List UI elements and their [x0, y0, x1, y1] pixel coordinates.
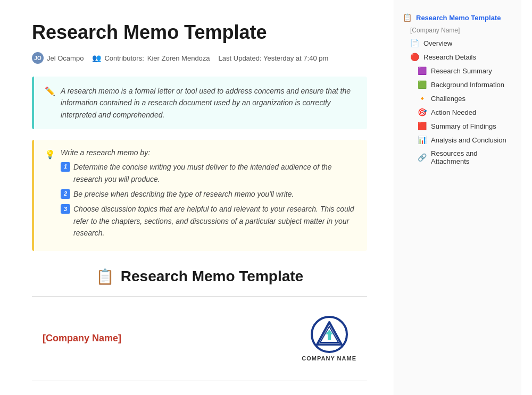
- page-title: Research Memo Template: [32, 21, 367, 44]
- list-badge-3: 3: [61, 204, 70, 214]
- main-content: Research Memo Template JO Jel Ocampo 👥 C…: [0, 0, 394, 395]
- doc-emoji: 📋: [96, 268, 114, 285]
- sidebar-icon-memo: 📋: [403, 13, 412, 22]
- sidebar-icon-resources: 🔗: [418, 153, 427, 162]
- sidebar-item-resources-attachments[interactable]: 🔗 Resources and Attachments: [394, 147, 521, 168]
- last-updated: Last Updated: Yesterday at 7:40 pm: [219, 54, 329, 62]
- document-section: 📋 Research Memo Template [Company Name] …: [32, 268, 367, 381]
- sidebar-item-background-information[interactable]: 🟩 Background Information: [394, 78, 521, 91]
- sidebar-icon-research-details: 🔴: [410, 53, 419, 61]
- sidebar-label-challenges: Challenges: [431, 95, 466, 103]
- sidebar-label-overview: Overview: [423, 39, 452, 47]
- avatar: JO: [32, 52, 44, 64]
- contributors-names: Kier Zoren Mendoza: [147, 54, 210, 62]
- sidebar-icon-summary: 🟥: [418, 122, 427, 130]
- sidebar-icon-research-summary: 🟪: [418, 66, 427, 75]
- divider-top: [32, 296, 367, 297]
- list-badge-1: 1: [61, 162, 70, 172]
- sidebar-label-analysis: Analysis and Conclusion: [431, 136, 506, 144]
- sidebar-item-analysis-conclusion[interactable]: 📊 Analysis and Conclusion: [394, 133, 521, 147]
- list-item-2-text: Be precise when describing the type of r…: [73, 188, 294, 200]
- sidebar-item-challenges[interactable]: 🔸 Challenges: [394, 91, 521, 105]
- doc-title-row: 📋 Research Memo Template: [32, 268, 367, 285]
- list-item-3-text: Choose discussion topics that are helpfu…: [73, 203, 356, 239]
- list-item-1-text: Determine the concise writing you must d…: [73, 161, 356, 185]
- callout-list-item-3: 3 Choose discussion topics that are help…: [61, 203, 356, 239]
- company-name: [Company Name]: [43, 333, 121, 344]
- sidebar-item-action-needed[interactable]: 🎯 Action Needed: [394, 105, 521, 119]
- last-updated-value: Yesterday at 7:40 pm: [263, 54, 328, 62]
- sidebar-icon-analysis: 📊: [418, 136, 427, 144]
- yellow-callout-content: Write a research memo by: 1 Determine th…: [61, 148, 356, 242]
- sidebar-icon-overview: 📄: [410, 39, 419, 47]
- divider-bottom: [32, 381, 367, 381]
- sidebar-item-research-details[interactable]: 🔴 Research Details: [394, 50, 521, 64]
- sidebar-item-research-memo-template[interactable]: 📋 Research Memo Template: [394, 11, 521, 24]
- logo-area: COMPANY NAME: [302, 316, 356, 362]
- sidebar-company-name: [Company Name]: [394, 24, 521, 36]
- callout-teal: ✏️ A research memo is a formal letter or…: [32, 77, 367, 129]
- contributors-label: Contributors:: [104, 54, 144, 62]
- teal-callout-icon: ✏️: [45, 86, 55, 96]
- sidebar-item-overview[interactable]: 📄 Overview: [394, 36, 521, 50]
- sidebar-label-background: Background Information: [431, 81, 504, 89]
- sidebar-label-action: Action Needed: [431, 108, 476, 116]
- meta-row: JO Jel Ocampo 👥 Contributors: Kier Zoren…: [32, 52, 367, 64]
- sidebar-item-research-summary[interactable]: 🟪 Research Summary: [394, 64, 521, 78]
- callout-yellow: 💡 Write a research memo by: 1 Determine …: [32, 140, 367, 250]
- list-badge-2: 2: [61, 189, 70, 199]
- sidebar-label-resources: Resources and Attachments: [431, 149, 513, 165]
- contributors-icon: 👥: [92, 54, 101, 62]
- sidebar-label-memo: Research Memo Template: [416, 14, 501, 22]
- sidebar-icon-background: 🟩: [418, 80, 427, 89]
- last-updated-label: Last Updated:: [219, 54, 262, 62]
- author-info: JO Jel Ocampo: [32, 52, 84, 64]
- sidebar-label-research-summary: Research Summary: [431, 67, 492, 75]
- yellow-callout-title: Write a research memo by:: [61, 148, 356, 157]
- sidebar-icon-challenges: 🔸: [418, 94, 427, 103]
- sidebar-label-research-details: Research Details: [423, 53, 476, 61]
- contributors-info: 👥 Contributors: Kier Zoren Mendoza: [92, 54, 210, 62]
- teal-callout-text: A research memo is a formal letter or to…: [61, 85, 356, 121]
- sidebar: 📋 Research Memo Template [Company Name] …: [394, 0, 521, 395]
- sidebar-item-summary-findings[interactable]: 🟥 Summary of Findings: [394, 119, 521, 133]
- sidebar-label-summary: Summary of Findings: [431, 122, 496, 130]
- author-name: Jel Ocampo: [47, 54, 84, 62]
- doc-title: Research Memo Template: [121, 268, 303, 285]
- logo-text: COMPANY NAME: [302, 355, 356, 362]
- callout-list-item-1: 1 Determine the concise writing you must…: [61, 161, 356, 185]
- doc-header: 📋 Research Memo Template: [32, 268, 367, 285]
- yellow-callout-icon: 💡: [45, 149, 55, 159]
- company-row: [Company Name] COMPANY NAME: [32, 303, 367, 374]
- callout-list-item-2: 2 Be precise when describing the type of…: [61, 188, 356, 200]
- company-logo: [311, 316, 348, 353]
- sidebar-icon-action: 🎯: [418, 108, 427, 116]
